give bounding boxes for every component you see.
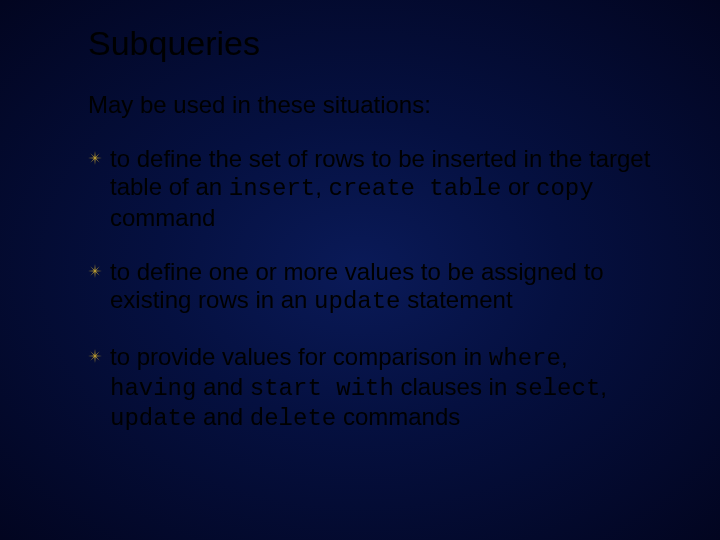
code-text: having [110,375,196,402]
bullet-text: , [600,373,607,400]
bullet-text: , [561,343,568,370]
bullet-star-icon [88,264,102,278]
bullet-text: and [196,373,249,400]
bullet-text: statement [401,286,513,313]
code-text: copy [536,175,594,202]
code-text: update [110,405,196,432]
code-text: update [314,288,400,315]
bullet-text: command [110,204,215,231]
bullet-text: to provide values for comparison in [110,343,489,370]
bullet-text: and [196,403,249,430]
intro-text: May be used in these situations: [88,91,660,119]
bullet-item: to define the set of rows to be inserted… [88,145,660,232]
bullet-text: clauses in [394,373,514,400]
bullet-list: to define the set of rows to be inserted… [88,145,660,434]
code-text: select [514,375,600,402]
bullet-item: to provide values for comparison in wher… [88,343,660,434]
slide-title: Subqueries [88,24,660,63]
code-text: where [489,345,561,372]
bullet-text: , [315,173,328,200]
code-text: delete [250,405,336,432]
code-text: start with [250,375,394,402]
bullet-item: to define one or more values to be assig… [88,258,660,317]
code-text: insert [229,175,315,202]
bullet-star-icon [88,349,102,363]
bullet-text: commands [336,403,460,430]
bullet-text: or [501,173,536,200]
slide: Subqueries May be used in these situatio… [0,0,720,540]
code-text: create table [329,175,502,202]
bullet-star-icon [88,151,102,165]
